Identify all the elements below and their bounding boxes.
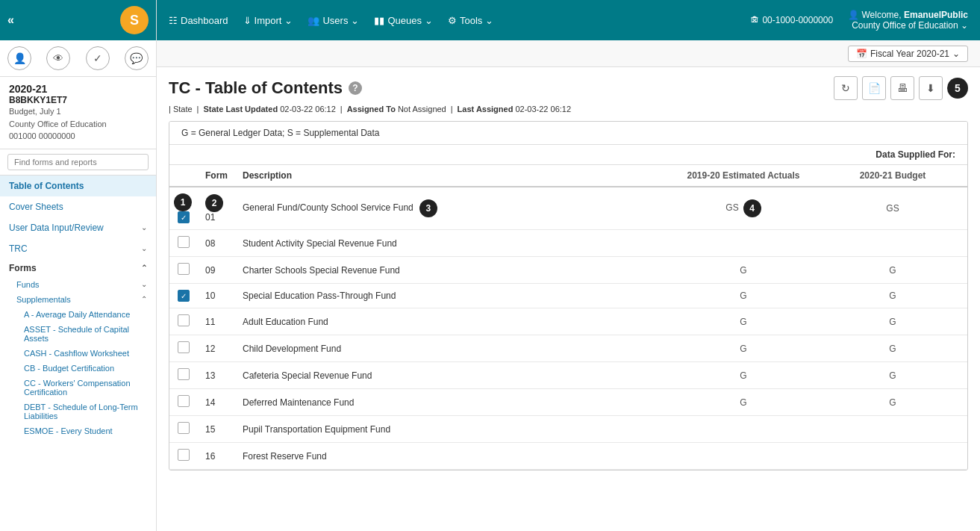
budget-cell: G — [818, 257, 967, 284]
row-checkbox[interactable]: ✓ — [178, 211, 190, 223]
estimated-actuals-cell — [669, 443, 818, 470]
form-number: 13 — [198, 362, 235, 389]
table-row: 16Forest Reserve Fund — [169, 443, 967, 470]
sidebar-item-cc[interactable]: CC - Workers' Compensation Certification — [0, 376, 156, 400]
sidebar-item-cover-sheets[interactable]: Cover Sheets — [0, 196, 156, 217]
checkbox-cell — [169, 416, 198, 443]
checkbox-cell — [169, 257, 198, 284]
sidebar-item-user-data[interactable]: User Data Input/Review ⌄ — [0, 217, 156, 238]
message-icon: 💬 — [130, 52, 143, 64]
estimated-actuals-cell: G — [669, 335, 818, 362]
table-row: 14Deferred Maintenance FundGG — [169, 389, 967, 416]
description-cell: Deferred Maintenance Fund — [235, 389, 669, 416]
help-icon[interactable]: ? — [349, 81, 362, 95]
description-cell: Child Development Fund — [235, 335, 669, 362]
row-checkbox[interactable] — [178, 422, 190, 434]
sidebar-collapse-button[interactable]: « — [7, 13, 14, 27]
sidebar-item-trc[interactable]: TRC ⌄ — [0, 238, 156, 259]
user-data-chevron: ⌄ — [141, 223, 147, 232]
checkbox-cell — [169, 362, 198, 389]
nav-tools[interactable]: ⚙ Tools ⌄ — [448, 15, 493, 26]
building-icon: 🏚 — [750, 15, 759, 25]
row-checkbox[interactable] — [178, 395, 190, 407]
user-icon-btn[interactable]: 👤 — [7, 46, 31, 70]
checkbox-cell — [169, 230, 198, 257]
undo-icon: ↻ — [841, 82, 850, 94]
page-meta-row: | State | State Last Updated 02-03-22 06… — [169, 105, 968, 114]
sidebar: « S 👤 👁 ✓ 💬 2020-21 B8BKKY1ET7 Budget, J… — [0, 0, 157, 531]
users-chevron: ⌄ — [351, 15, 359, 26]
row-checkbox[interactable] — [178, 341, 190, 353]
table-body: 1✓201General Fund/County School Service … — [169, 187, 967, 470]
user-menu[interactable]: 👤 Welcome, EmanuelPublic County Office o… — [848, 10, 968, 31]
row-checkbox[interactable] — [178, 449, 190, 461]
fiscal-year-selector[interactable]: 📅 Fiscal Year 2020-21 ⌄ — [848, 46, 968, 62]
page-header: TC - Table of Contents ? ↻ 📄 🖶 ⬇ 5 — [169, 76, 968, 100]
download-button[interactable]: ⬇ — [919, 76, 943, 100]
table-row: 12Child Development FundGG — [169, 335, 967, 362]
table-row: 08Student Activity Special Revenue Fund — [169, 230, 967, 257]
table-legend: G = General Ledger Data; S = Supplementa… — [169, 122, 967, 145]
page-title: TC - Table of Contents ? — [169, 78, 362, 98]
checkbox-cell — [169, 389, 198, 416]
budget-cell: G — [818, 389, 967, 416]
badge-4: 4 — [743, 199, 761, 217]
badge-5: 5 — [947, 78, 968, 99]
checkbox-cell: ✓ — [169, 284, 198, 308]
sidebar-header: « S — [0, 0, 156, 40]
sidebar-item-debt[interactable]: DEBT - Schedule of Long-Term Liabilities — [0, 400, 156, 423]
sidebar-group-supplementals[interactable]: Supplementals ⌃ — [0, 292, 156, 307]
description-cell: Pupil Transportation Equipment Fund — [235, 416, 669, 443]
row-checkbox[interactable]: ✓ — [178, 290, 190, 302]
checkbox-cell — [169, 308, 198, 335]
description-cell: Charter Schools Special Revenue Fund — [235, 257, 669, 284]
page-actions: ↻ 📄 🖶 ⬇ 5 — [834, 76, 968, 100]
nav-import[interactable]: ⇓ Import ⌄ — [243, 15, 293, 26]
col-checkbox — [169, 165, 198, 187]
page-content: TC - Table of Contents ? ↻ 📄 🖶 ⬇ 5 — [157, 67, 980, 531]
nav-dashboard[interactable]: ☷ Dashboard — [169, 15, 228, 26]
row-checkbox[interactable] — [178, 314, 190, 326]
budget-cell — [818, 443, 967, 470]
sidebar-group-funds[interactable]: Funds ⌄ — [0, 277, 156, 292]
col-description: Description — [235, 165, 669, 187]
estimated-actuals-cell — [669, 230, 818, 257]
nav-users[interactable]: 👥 Users ⌄ — [308, 15, 359, 26]
row-checkbox[interactable] — [178, 263, 190, 275]
dashboard-grid-icon: ☷ — [169, 15, 178, 26]
undo-button[interactable]: ↻ — [834, 76, 858, 100]
estimated-actuals-cell: G — [669, 308, 818, 335]
row-checkbox[interactable] — [178, 368, 190, 380]
table-row: ✓10Special Education Pass-Through FundGG — [169, 284, 967, 308]
sidebar-meta: 2020-21 B8BKKY1ET7 Budget, July 1 County… — [0, 77, 156, 149]
sidebar-item-asset[interactable]: ASSET - Schedule of Capital Assets — [0, 322, 156, 346]
form-number: 14 — [198, 389, 235, 416]
doc-button[interactable]: 📄 — [862, 76, 886, 100]
message-icon-btn[interactable]: 💬 — [125, 46, 149, 70]
description-cell: Student Activity Special Revenue Fund — [235, 230, 669, 257]
sidebar-search-area — [0, 149, 156, 176]
sidebar-item-cb[interactable]: CB - Budget Certification — [0, 361, 156, 376]
sidebar-item-table-of-contents[interactable]: Table of Contents — [0, 176, 156, 196]
eye-icon-btn[interactable]: 👁 — [46, 46, 70, 70]
form-number: 12 — [198, 335, 235, 362]
state-last-updated: State Last Updated 02-03-22 06:12 — [203, 105, 335, 114]
nav-queues[interactable]: ▮▮ Queues ⌄ — [374, 15, 433, 26]
description-cell: Special Education Pass-Through Fund — [235, 284, 669, 308]
print-icon: 🖶 — [897, 82, 908, 94]
import-icon: ⇓ — [243, 15, 252, 26]
col-budget: 2020-21 Budget — [818, 165, 967, 187]
description-cell: General Fund/County School Service Fund3 — [235, 187, 669, 230]
description-cell: Forest Reserve Fund — [235, 443, 669, 470]
sidebar-item-cash[interactable]: CASH - Cashflow Worksheet — [0, 346, 156, 361]
badge-3: 3 — [419, 199, 437, 217]
sidebar-item-average-daily-attendance[interactable]: A - Average Daily Attendance — [0, 307, 156, 322]
user-avatar-icon: 👤 — [848, 10, 859, 20]
check-icon-btn[interactable]: ✓ — [86, 46, 110, 70]
search-input[interactable] — [7, 154, 149, 170]
sidebar-item-esmoe[interactable]: ESMOE - Every Student — [0, 423, 156, 438]
print-button[interactable]: 🖶 — [890, 76, 914, 100]
table-row: 11Adult Education FundGG — [169, 308, 967, 335]
fiscal-chevron: ⌄ — [952, 49, 960, 59]
row-checkbox[interactable] — [178, 236, 190, 248]
